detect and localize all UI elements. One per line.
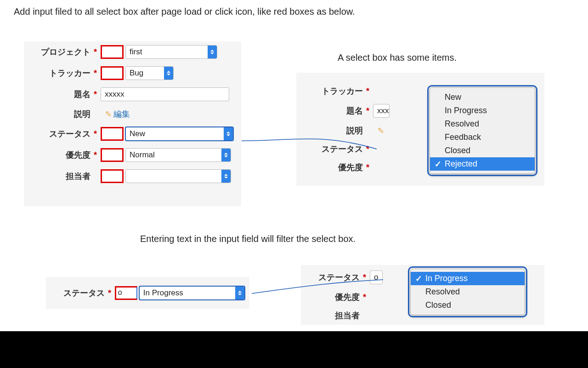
label-desc-b: 説明 [302,125,364,136]
chevron-up-down-icon [208,46,217,58]
dropdown-item[interactable]: In Progress [411,272,525,285]
chevron-up-down-icon [224,127,233,140]
caption-filter: Entering text in the input field will fi… [140,234,356,244]
filter-input-project[interactable] [101,45,124,59]
input-subject-b[interactable]: xxx [373,104,390,118]
edit-link[interactable]: 編集 [113,109,130,120]
dropdown-status-filtered[interactable]: In ProgressResolvedClosed [410,269,525,315]
panel-a-inner: プロジェクト * first トラッカー * Bug 題名 * xxxxx [24,41,241,206]
req-icon: * [366,86,371,96]
panel-c: ステータス * o In Progress [46,277,249,309]
label-assignee: 担当者 [29,171,91,182]
label-tracker-b: トラッカー [302,86,364,97]
select-tracker[interactable]: Bug [125,66,174,80]
select-status-c-value: In Progress [143,288,183,298]
chevron-up-down-icon [164,67,173,80]
panel-b: トラッカー * 題名 * xxx 説明 ✎ ステータス * 優先度 * NewI… [296,73,544,186]
label-status-b: ステータス [302,144,364,155]
dropdown-item[interactable]: Feedback [430,131,535,144]
select-project[interactable]: first [125,45,217,59]
dropdown-item[interactable]: Closed [411,299,525,312]
req-icon: * [366,163,371,172]
dropdown-item[interactable]: New [430,91,535,104]
label-priority: 優先度 [29,150,91,161]
req-icon: * [363,293,368,302]
pencil-icon: ✎ [378,126,384,136]
req-icon: * [366,144,371,154]
caption-top: Add input filed to all select box after … [14,6,355,17]
req-icon: * [94,69,98,78]
select-status[interactable]: New [125,127,233,141]
req-icon: * [94,90,98,99]
panel-d: ステータス * o 優先度 * 担当者 In ProgressResolvedC… [301,265,544,325]
input-subject[interactable]: xxxxx [101,87,229,101]
filter-input-status[interactable] [101,127,124,141]
dropdown-item[interactable]: Closed [430,144,535,157]
req-icon: * [94,129,98,139]
dropdown-item[interactable]: Resolved [411,285,525,299]
select-assignee[interactable] [125,169,231,183]
dropdown-status[interactable]: NewIn ProgressResolvedFeedbackClosedReje… [430,87,535,174]
filter-input-status-c[interactable]: o [115,286,137,300]
req-icon: * [108,288,113,298]
chevron-up-down-icon [235,287,244,299]
label-project: プロジェクト [29,46,91,58]
dropdown-item[interactable]: In Progress [430,104,535,117]
label-priority-d: 優先度 [305,292,361,303]
label-tracker: トラッカー [29,68,91,79]
dropdown-item[interactable]: Resolved [430,117,535,131]
filter-input-assignee[interactable] [101,169,124,183]
chevron-up-down-icon [221,149,231,161]
caption-items: A select box has some items. [338,52,457,63]
label-status-c: ステータス [51,288,106,299]
req-icon: * [366,106,371,116]
select-priority[interactable]: Normal [125,148,231,162]
pencil-icon: ✎ [105,109,112,119]
req-icon: * [94,47,98,57]
filter-input-tracker[interactable] [101,66,124,80]
label-subject: 題名 [29,89,91,100]
dropdown-item[interactable]: Rejected [430,157,535,171]
black-area [0,331,588,368]
filter-input-priority[interactable] [101,148,124,162]
label-status-d: ステータス [305,272,361,283]
label-subject-b: 題名 [302,105,364,116]
label-assignee-d: 担当者 [305,310,361,321]
select-priority-value: Normal [130,150,155,160]
select-tracker-value: Bug [130,69,143,78]
select-status-value: New [130,129,145,138]
req-icon: * [94,150,98,160]
select-status-c[interactable]: In Progress [139,286,245,300]
req-icon: * [363,273,368,282]
chevron-up-down-icon [221,170,231,183]
label-status: ステータス [29,128,91,139]
label-priority-b: 優先度 [302,162,364,173]
label-desc: 説明 [29,109,91,120]
filter-input-status-d[interactable]: o [370,270,383,284]
select-project-value: first [130,47,142,57]
panel-a: プロジェクト * first トラッカー * Bug 題名 * xxxxx [14,31,250,212]
